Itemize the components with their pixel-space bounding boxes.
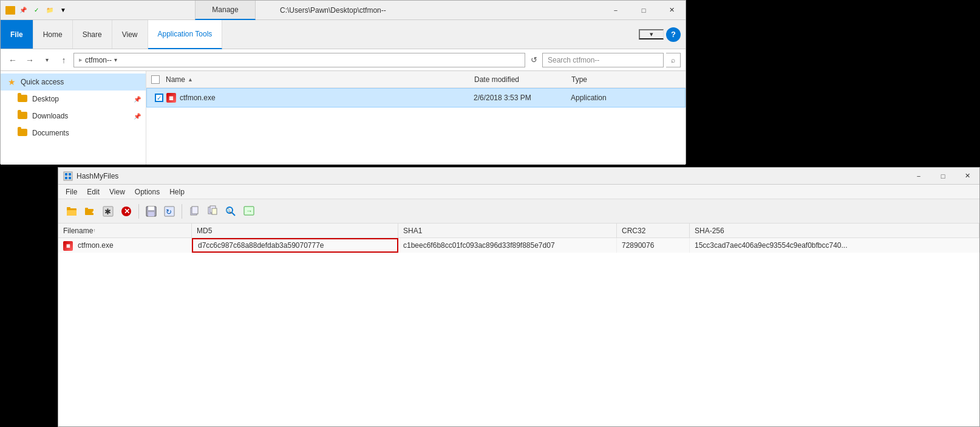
ribbon-tab-file[interactable]: File	[1, 20, 33, 49]
hmf-col-filename-header[interactable]: Filename ↑	[58, 224, 192, 237]
qat-folder-button[interactable]: 📁	[44, 5, 55, 16]
downloads-folder-icon	[18, 112, 27, 121]
maximize-button[interactable]: □	[630, 1, 658, 20]
title-path: C:\Users\Pawn\Desktop\ctfmon--	[280, 6, 386, 15]
svg-rect-6	[67, 207, 70, 209]
hmf-minimize-button[interactable]: −	[907, 168, 931, 185]
toolbar-copy-all-button[interactable]	[204, 203, 221, 220]
title-bar-left: 📌 ✓ 📁 ▼	[1, 5, 73, 16]
address-path-field[interactable]: ▸ ctfmon-- ▾	[73, 53, 525, 67]
toolbar-export-button[interactable]: →	[240, 203, 257, 220]
toolbar-new-folder-button[interactable]: +	[81, 203, 98, 220]
search-placeholder: Search ctfmon--	[548, 56, 599, 64]
toolbar-separator-2	[182, 204, 182, 219]
path-separator: ▸	[79, 56, 83, 64]
quick-access-label: Quick access	[21, 78, 64, 86]
nav-forward-button[interactable]: →	[22, 53, 37, 67]
filename-sort-icon: ↑	[93, 228, 95, 233]
toolbar-asterisk-button[interactable]: ✱	[100, 203, 117, 220]
hmf-cell-sha256: 15cc3cad7aec406a9ec93554c9eaf0bfbcc740..…	[690, 238, 979, 253]
hmf-menu-file[interactable]: File	[61, 185, 82, 199]
hmf-col-filename-label: Filename	[63, 227, 93, 235]
sidebar-item-documents[interactable]: Documents	[1, 125, 146, 142]
ribbon-view-label: View	[122, 30, 138, 39]
col-name-header[interactable]: Name ▲	[166, 75, 474, 84]
col-date-header[interactable]: Date modified	[474, 75, 571, 84]
nav-up-button[interactable]: ↑	[56, 53, 71, 67]
address-dropdown-button[interactable]: ▾	[112, 56, 120, 63]
manage-tab[interactable]: Manage	[195, 1, 256, 20]
hmf-close-button[interactable]: ✕	[955, 168, 979, 185]
ribbon: File Home Share View Application Tools ▾…	[1, 20, 686, 49]
ribbon-expand-button[interactable]: ▾	[639, 29, 664, 39]
hmf-crc32-value: 72890076	[622, 241, 654, 250]
hmf-menu-help[interactable]: Help	[165, 185, 189, 199]
minimize-button[interactable]: −	[602, 1, 630, 20]
svg-line-26	[232, 213, 235, 216]
help-button[interactable]: ?	[666, 27, 681, 42]
search-submit-button[interactable]: ⌕	[666, 53, 681, 67]
downloads-label: Downloads	[32, 112, 68, 120]
ribbon-tab-share[interactable]: Share	[73, 20, 112, 49]
explorer-app-icon	[5, 6, 15, 15]
toolbar-save-button[interactable]	[143, 203, 160, 220]
nav-recent-button[interactable]: ▾	[39, 53, 54, 67]
col-date-label: Date modified	[474, 75, 519, 84]
file-type-cell: Application	[571, 94, 680, 102]
sidebar-item-desktop[interactable]: Desktop 📌	[1, 91, 146, 108]
hmf-table-row[interactable]: ▦ ctfmon.exe d7cc6c987c68a88defdab3a5907…	[58, 238, 979, 253]
svg-text:✱: ✱	[104, 207, 111, 216]
col-type-label: Type	[571, 75, 587, 84]
col-type-header[interactable]: Type	[571, 75, 681, 84]
file-exe-icon: ▦	[166, 93, 176, 103]
toolbar-delete-button[interactable]: ✕	[118, 203, 135, 220]
hmf-col-sha1-header[interactable]: SHA1	[398, 224, 617, 237]
ribbon-tab-home[interactable]: Home	[33, 20, 73, 49]
hmf-col-md5-header[interactable]: MD5	[192, 224, 398, 237]
svg-rect-7	[67, 210, 77, 216]
hmf-menu-edit[interactable]: Edit	[82, 185, 104, 199]
address-refresh-button[interactable]: ↺	[528, 54, 540, 66]
toolbar-copy-button[interactable]	[186, 203, 203, 220]
toolbar-search-button[interactable]: 🔍	[222, 203, 239, 220]
qat-check-button[interactable]: ✓	[31, 5, 42, 16]
nav-back-button[interactable]: ←	[5, 53, 20, 67]
explorer-title-bar: 📌 ✓ 📁 ▼ Manage C:\Users\Pawn\Desktop\ctf…	[1, 1, 686, 20]
explorer-window: 📌 ✓ 📁 ▼ Manage C:\Users\Pawn\Desktop\ctf…	[0, 0, 686, 164]
header-checkbox[interactable]	[151, 75, 166, 84]
hmf-cell-md5: d7cc6c987c68a88defdab3a59070777e	[192, 238, 398, 253]
hmf-menu-options[interactable]: Options	[130, 185, 165, 199]
table-row[interactable]: ✓ ▦ ctfmon.exe 2/6/2018 3:53 PM Applicat…	[146, 88, 686, 108]
hmf-toolbar: + ✱ ✕ ↻ 🔍 →	[58, 199, 979, 224]
hmf-maximize-button[interactable]: □	[931, 168, 955, 185]
file-checkbox[interactable]: ✓	[152, 94, 166, 102]
hmf-sha256-value: 15cc3cad7aec406a9ec93554c9eaf0bfbcc740..…	[695, 241, 848, 250]
ribbon-tab-app-tools[interactable]: Application Tools	[148, 20, 223, 49]
qat-dropdown-button[interactable]: ▼	[58, 5, 69, 16]
sidebar-item-downloads[interactable]: Downloads 📌	[1, 108, 146, 125]
hmf-menu-view-label: View	[109, 188, 125, 196]
desktop-pin-icon: 📌	[134, 96, 141, 103]
name-sort-arrow: ▲	[188, 77, 193, 83]
hmf-file-list: Filename ↑ MD5 SHA1 CRC32 SHA-256 ▦ c	[58, 224, 979, 427]
explorer-body: ★ Quick access Desktop 📌 Downloads 📌	[1, 71, 686, 165]
svg-rect-4	[69, 177, 71, 179]
svg-text:↻: ↻	[166, 208, 172, 216]
svg-text:🔍: 🔍	[226, 208, 232, 214]
hmf-menu-view[interactable]: View	[104, 185, 130, 199]
hmf-col-sha256-header[interactable]: SHA-256	[690, 224, 979, 237]
hmf-menubar: File Edit View Options Help	[58, 185, 979, 199]
qat-pin-button[interactable]: 📌	[18, 5, 29, 16]
ribbon-file-label: File	[10, 30, 23, 39]
toolbar-open-folder-button[interactable]	[63, 203, 80, 220]
search-box[interactable]: Search ctfmon--	[542, 53, 664, 67]
svg-rect-21	[192, 207, 198, 214]
hmf-col-crc32-header[interactable]: CRC32	[617, 224, 690, 237]
ribbon-tab-view[interactable]: View	[112, 20, 148, 49]
close-button[interactable]: ✕	[658, 1, 686, 20]
toolbar-refresh-button[interactable]: ↻	[161, 203, 178, 220]
sidebar-item-quick-access[interactable]: ★ Quick access	[1, 73, 146, 91]
hashmyfiles-window: HashMyFiles − □ ✕ File Edit View Options…	[58, 167, 980, 427]
file-list: Name ▲ Date modified Type ✓ ▦ ctfmon.ex	[146, 71, 686, 165]
downloads-pin-icon: 📌	[134, 113, 141, 120]
